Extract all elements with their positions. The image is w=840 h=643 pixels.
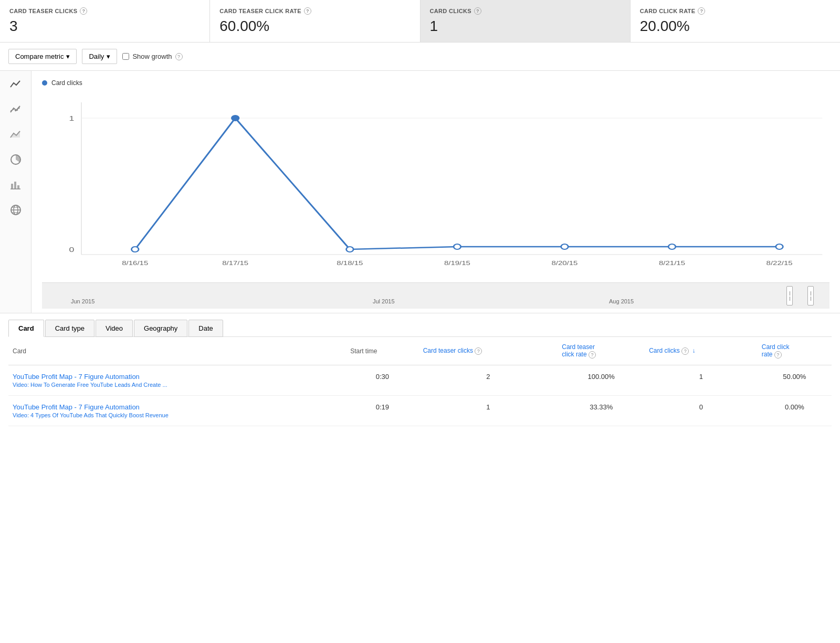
- pie-chart-icon[interactable]: [8, 152, 24, 167]
- tab-card-type[interactable]: Card type: [45, 320, 94, 337]
- svg-text:8/16/15: 8/16/15: [122, 260, 148, 267]
- show-growth-text: Show growth: [132, 52, 172, 60]
- table-row: YouTube Profit Map - 7 Figure Automation…: [8, 396, 832, 426]
- click-rate-help[interactable]: ?: [774, 351, 782, 359]
- card-click-rate-cell: 0.00%: [758, 396, 832, 426]
- teaser-click-rate-cell: 33.33%: [558, 396, 645, 426]
- card-click-rate-cell: 50.00%: [758, 365, 832, 396]
- card-clicks-cell: 0: [645, 396, 758, 426]
- teaser-clicks-cell: 2: [419, 365, 558, 396]
- teaser-click-rate-cell: 100.00%: [558, 365, 645, 396]
- card-clicks-value: 1: [430, 18, 621, 35]
- sort-arrow-icon: ↓: [692, 347, 696, 354]
- compare-metric-label: Compare metric: [15, 52, 64, 60]
- tab-card[interactable]: Card: [8, 320, 44, 337]
- card-teaser-click-rate-help-icon[interactable]: ?: [304, 7, 311, 15]
- show-growth-checkbox[interactable]: [122, 53, 129, 60]
- nav-label-jul: Jul 2015: [373, 298, 395, 304]
- svg-text:8/17/15: 8/17/15: [222, 260, 248, 267]
- nav-label-jun: Jun 2015: [71, 298, 94, 304]
- card-column-header: Card: [8, 337, 346, 365]
- svg-point-22: [131, 247, 139, 252]
- card-teaser-clicks-help-icon[interactable]: ?: [80, 7, 87, 15]
- svg-text:1: 1: [69, 114, 75, 122]
- toolbar: Compare metric ▾ Daily ▾ Show growth ?: [0, 43, 840, 71]
- svg-text:8/20/15: 8/20/15: [551, 260, 578, 267]
- svg-rect-1: [11, 184, 13, 189]
- card-teaser-click-rate-label: CARD TEASER CLICK RATE ?: [219, 7, 410, 15]
- card-sub-1: Video: 4 Types Of YouTube Ads That Quick…: [13, 412, 342, 418]
- svg-text:8/18/15: 8/18/15: [337, 260, 363, 267]
- svg-text:8/21/15: 8/21/15: [659, 260, 685, 267]
- show-growth-label[interactable]: Show growth ?: [122, 52, 182, 60]
- nav-right-handle[interactable]: [807, 286, 814, 305]
- svg-point-24: [346, 247, 354, 252]
- line-chart-icon[interactable]: [8, 76, 24, 92]
- svg-rect-3: [17, 185, 19, 189]
- table-body: YouTube Profit Map - 7 Figure Automation…: [8, 365, 832, 426]
- card-teaser-click-rate-metric-card[interactable]: CARD TEASER CLICK RATE ? 60.00%: [210, 0, 420, 42]
- chart-legend: Card clicks: [42, 79, 830, 87]
- card-sub-0: Video: How To Generate Free YouTube Lead…: [13, 382, 342, 388]
- compare-metric-button[interactable]: Compare metric ▾: [8, 49, 77, 64]
- compare-chart-icon[interactable]: [8, 101, 24, 117]
- chart-main: Card clicks 1 0 8/16/15 8/17/15 8/18/15 …: [32, 71, 840, 313]
- tab-date[interactable]: Date: [188, 320, 223, 337]
- card-title-link-0[interactable]: YouTube Profit Map - 7 Figure Automation: [13, 373, 140, 381]
- card-clicks-label: CARD CLICKS ?: [430, 7, 621, 15]
- svg-text:0: 0: [69, 246, 75, 253]
- card-clicks-help-icon[interactable]: ?: [474, 7, 481, 15]
- chart-area: Card clicks 1 0 8/16/15 8/17/15 8/18/15 …: [0, 71, 840, 313]
- card-cell: YouTube Profit Map - 7 Figure Automation…: [8, 396, 346, 426]
- card-teaser-click-rate-column-header[interactable]: Card teaserclick rate ?: [558, 337, 645, 365]
- card-teaser-clicks-metric-card[interactable]: CARD TEASER CLICKS ? 3: [0, 0, 210, 42]
- start-time-column-header: Start time: [346, 337, 419, 365]
- metrics-row: CARD TEASER CLICKS ? 3 CARD TEASER CLICK…: [0, 0, 840, 43]
- card-click-rate-metric-card[interactable]: CARD CLICK RATE ? 20.00%: [631, 0, 840, 42]
- teaser-rate-help[interactable]: ?: [589, 351, 596, 359]
- card-clicks-metric-card[interactable]: CARD CLICKS ? 1: [421, 0, 631, 42]
- table-area: CardCard typeVideoGeographyDate Card Sta…: [0, 313, 840, 426]
- card-click-rate-help-icon[interactable]: ?: [698, 7, 705, 15]
- card-click-rate-label: CARD CLICK RATE ?: [640, 7, 831, 15]
- chart-sidebar: [0, 71, 32, 313]
- table-row: YouTube Profit Map - 7 Figure Automation…: [8, 365, 832, 396]
- card-title-link-1[interactable]: YouTube Profit Map - 7 Figure Automation: [13, 403, 140, 411]
- globe-icon[interactable]: [8, 202, 24, 218]
- tabs-row: CardCard typeVideoGeographyDate: [8, 313, 832, 337]
- chart-navigator[interactable]: Jun 2015 Jul 2015 Aug 2015: [42, 282, 830, 309]
- legend-label: Card clicks: [51, 79, 82, 87]
- card-clicks-help[interactable]: ?: [681, 347, 689, 355]
- card-teaser-clicks-label: CARD TEASER CLICKS ?: [9, 7, 200, 15]
- show-growth-help-icon[interactable]: ?: [175, 53, 183, 60]
- area-chart-icon[interactable]: [8, 127, 24, 142]
- nav-label-aug: Aug 2015: [609, 298, 634, 304]
- tab-geography[interactable]: Geography: [134, 320, 187, 337]
- card-teaser-clicks-column-header[interactable]: Card teaser clicks ?: [419, 337, 558, 365]
- tab-video[interactable]: Video: [96, 320, 133, 337]
- svg-point-27: [668, 244, 676, 249]
- start-time-cell: 0:30: [346, 365, 419, 396]
- svg-point-28: [776, 244, 783, 249]
- svg-point-25: [454, 244, 461, 249]
- card-teaser-click-rate-value: 60.00%: [219, 18, 410, 35]
- nav-left-handle[interactable]: [786, 286, 793, 305]
- svg-point-26: [561, 244, 569, 249]
- svg-point-23: [232, 115, 239, 121]
- legend-dot: [42, 80, 47, 86]
- bar-chart-icon[interactable]: [8, 177, 24, 193]
- data-table: Card Start time Card teaser clicks ? Car…: [8, 337, 832, 426]
- line-chart-svg: 1 0 8/16/15 8/17/15 8/18/15 8/19/15 8/20…: [42, 92, 830, 281]
- card-click-rate-value: 20.00%: [640, 18, 831, 35]
- daily-button[interactable]: Daily ▾: [82, 49, 117, 64]
- svg-rect-2: [14, 182, 16, 189]
- compare-dropdown-icon: ▾: [66, 52, 70, 60]
- card-click-rate-column-header[interactable]: Card clickrate ?: [758, 337, 832, 365]
- svg-text:8/22/15: 8/22/15: [766, 260, 793, 267]
- start-time-cell: 0:19: [346, 396, 419, 426]
- card-clicks-column-header[interactable]: Card clicks ? ↓: [645, 337, 758, 365]
- card-clicks-cell: 1: [645, 365, 758, 396]
- card-teaser-clicks-value: 3: [9, 18, 200, 35]
- teaser-clicks-help[interactable]: ?: [475, 347, 482, 355]
- daily-dropdown-icon: ▾: [107, 52, 110, 60]
